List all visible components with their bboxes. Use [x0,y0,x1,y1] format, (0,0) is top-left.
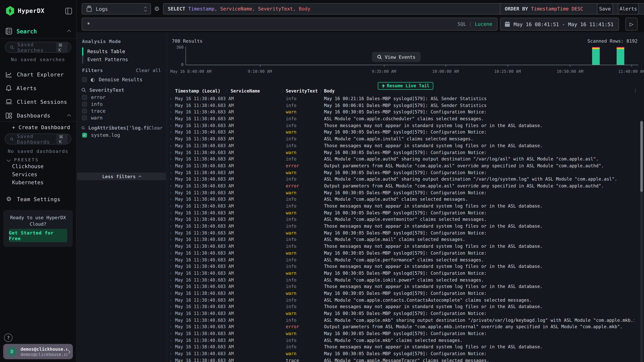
view-events-button[interactable]: View Events [372,52,421,62]
row-expand-chevron-icon[interactable]: › [170,291,172,296]
histogram-bar[interactable] [617,47,624,65]
filter-option-info[interactable]: info [82,101,162,107]
row-expand-chevron-icon[interactable]: › [170,264,172,269]
row-expand-chevron-icon[interactable]: › [170,351,172,356]
sidebar-item-dashboards[interactable]: Dashboards [0,109,76,121]
mode-results-table[interactable]: Results Table [82,47,128,55]
row-expand-chevron-icon[interactable]: › [170,257,172,263]
table-row[interactable]: › May 16 11:38:40.683 AM warn May 16 00:… [170,170,634,176]
row-expand-chevron-icon[interactable]: › [170,136,172,142]
column-header-timestamp[interactable]: Timestamp (Local) [175,88,220,94]
table-row[interactable]: › May 16 11:38:40.683 AM trace ASL Modul… [170,358,634,362]
table-row[interactable]: › May 16 11:38:40.683 AM info ASL Module… [170,156,634,163]
row-expand-chevron-icon[interactable]: › [170,143,172,148]
row-expand-chevron-icon[interactable]: › [170,130,172,135]
table-row[interactable]: › May 16 11:38:40.683 AM info Those mess… [170,284,634,290]
table-row[interactable]: › May 16 11:38:40.683 AM warn May 16 00:… [170,190,634,196]
row-expand-chevron-icon[interactable]: › [170,103,172,108]
row-expand-chevron-icon[interactable]: › [170,157,172,162]
filter-option-system-log[interactable]: ✓ system.log [82,132,162,138]
row-expand-chevron-icon[interactable]: › [170,170,172,175]
checkbox[interactable] [82,77,87,82]
table-row[interactable]: › May 16 11:38:40.683 AM info May 16 00:… [170,102,634,109]
save-button[interactable]: Save [597,3,613,14]
less-filters-button[interactable]: Less filters [77,173,166,180]
filter-option-error[interactable]: error [82,94,162,100]
source-select[interactable]: Logs [82,3,151,14]
row-expand-chevron-icon[interactable]: › [170,331,172,336]
sidebar-item-client-sessions[interactable]: Client Sessions [0,96,76,108]
preset-clickhouse[interactable]: Clickhouse [12,163,44,169]
table-row[interactable]: › May 16 11:38:40.683 AM info ASL Module… [170,277,634,284]
row-expand-chevron-icon[interactable]: › [170,338,172,343]
table-row[interactable]: › May 16 11:38:40.683 AM error Output pa… [170,183,634,190]
table-row[interactable]: › May 16 11:38:40.683 AM warn May 16 00:… [170,109,634,116]
row-expand-chevron-icon[interactable]: › [170,298,172,303]
preset-kubernetes[interactable]: Kubernetes [12,179,44,185]
table-row[interactable]: › May 16 11:38:40.683 AM info May 16 00:… [170,96,634,102]
toggle-sql[interactable]: SQL [458,21,466,27]
search-query-input[interactable]: * SQL | Lucene [82,18,498,30]
column-resize-handle[interactable]: ⋮ [319,89,322,93]
checkbox[interactable] [82,115,87,120]
column-header-body[interactable]: Body [324,88,335,94]
row-expand-chevron-icon[interactable]: › [170,324,172,330]
mode-event-patterns[interactable]: Event Patterns [82,55,128,63]
table-row[interactable]: › May 16 11:38:40.683 AM info ASL Module… [170,176,634,183]
table-row[interactable]: › May 16 11:38:40.683 AM warn May 16 00:… [170,129,634,136]
preset-services[interactable]: Services [12,171,37,177]
create-dashboard-button[interactable]: + Create Dashboard [12,124,70,130]
user-menu[interactable]: D demos@clickhouse.com demos@clickhouse.… [3,344,73,359]
checkbox[interactable] [82,95,87,100]
toggle-lucene[interactable]: Lucene [475,21,492,27]
table-row[interactable]: › May 16 11:38:40.683 AM warn May 16 00:… [170,331,634,337]
row-expand-chevron-icon[interactable]: › [170,271,172,276]
results-scrollbar[interactable] [640,120,643,362]
row-expand-chevron-icon[interactable]: › [170,250,172,256]
row-expand-chevron-icon[interactable]: › [170,217,172,222]
filter-option-warn[interactable]: warn [82,115,162,121]
row-expand-chevron-icon[interactable]: › [170,204,172,209]
row-expand-chevron-icon[interactable]: › [170,358,172,362]
column-header-severitytext[interactable]: SeverityText [286,88,318,94]
row-expand-chevron-icon[interactable]: › [170,284,172,289]
table-row[interactable]: › May 16 11:38:40.683 AM info Those mess… [170,203,634,210]
row-expand-chevron-icon[interactable]: › [170,345,172,350]
row-expand-chevron-icon[interactable]: › [170,177,172,182]
checkbox[interactable] [82,102,87,107]
table-row[interactable]: › May 16 11:38:40.683 AM info ASL Module… [170,116,634,123]
sidebar-collapse-icon[interactable] [65,7,72,14]
table-row[interactable]: › May 16 11:38:40.683 AM info Those mess… [170,223,634,230]
row-expand-chevron-icon[interactable]: › [170,96,172,101]
checkbox-checked[interactable]: ✓ [82,133,87,138]
table-row[interactable]: › May 16 11:38:40.683 AM info ASL Module… [170,237,634,243]
table-row[interactable]: › May 16 11:38:40.683 AM info ASL Module… [170,136,634,143]
clear-all-link[interactable]: Clear all [136,67,161,73]
sidebar-item-team-settings[interactable]: ⚙ Team Settings [0,193,76,205]
row-expand-chevron-icon[interactable]: › [170,210,172,215]
table-row[interactable]: › May 16 11:38:40.683 AM warn May 16 00:… [170,270,634,277]
sidebar-item-chart-explorer[interactable]: Chart Explorer [0,68,76,80]
language-toggle[interactable]: SQL | Lucene [458,21,492,27]
column-resize-handle[interactable]: ⋮ [280,89,284,93]
table-row[interactable]: › May 16 11:38:40.683 AM info ASL Module… [170,217,634,223]
column-resize-handle[interactable]: ⋮ [226,89,229,93]
table-row[interactable]: › May 16 11:38:40.683 AM info ASL Module… [170,196,634,203]
row-expand-chevron-icon[interactable]: › [170,311,172,316]
table-row[interactable]: › May 16 11:38:40.683 AM info Those mess… [170,344,634,351]
table-row[interactable]: › May 16 11:38:40.683 AM info Those mess… [170,304,634,311]
table-row[interactable]: › May 16 11:38:40.683 AM warn May 16 00:… [170,230,634,237]
column-header-servicename[interactable]: ServiceName [231,88,260,94]
source-settings-gear-icon[interactable]: ⚙ [154,5,160,12]
row-expand-chevron-icon[interactable]: › [170,163,172,169]
row-expand-chevron-icon[interactable]: › [170,224,172,229]
checkbox[interactable] [82,109,87,113]
sidebar-item-alerts[interactable]: Alerts [0,82,76,94]
saved-searches-input[interactable]: Saved Searches ⌘ K [5,42,71,53]
saved-dashboards-input[interactable]: Saved Dashboards ⌘ K [5,134,71,144]
select-query-input[interactable]: SELECT Timestamp, ServiceName, SeverityT… [163,3,554,14]
table-row[interactable]: › May 16 11:38:40.683 AM info Those mess… [170,264,634,270]
table-row[interactable]: › May 16 11:38:40.683 AM info Those mess… [170,143,634,149]
get-started-button[interactable]: Get Started for Free [9,229,67,242]
clear-filter-link[interactable]: Clear [149,125,162,131]
